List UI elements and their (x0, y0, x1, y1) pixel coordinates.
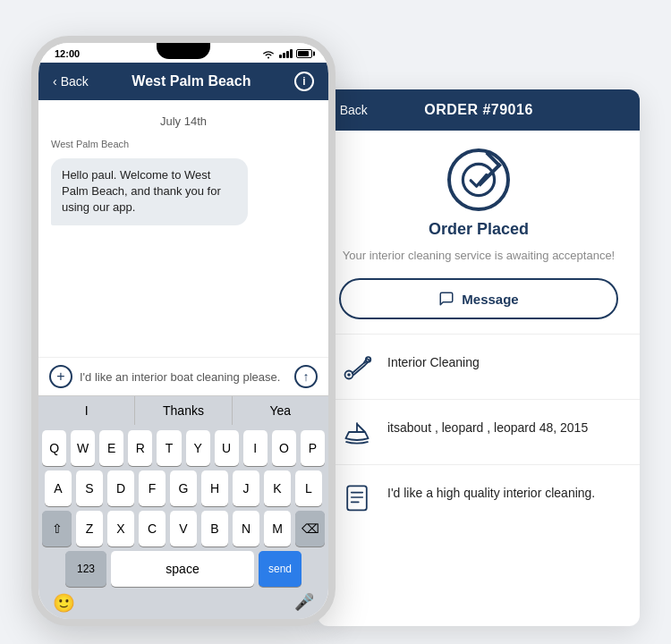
back-label: Back (61, 74, 89, 89)
delete-key[interactable]: ⌫ (295, 511, 325, 547)
notes-icon (339, 479, 375, 515)
input-row: + I'd like an interior boat cleaning ple… (38, 357, 328, 395)
key-D[interactable]: D (107, 470, 134, 506)
key-T[interactable]: T (157, 430, 181, 466)
divider-1 (318, 334, 640, 335)
message-btn-label: Message (462, 292, 518, 307)
checkmark-svg (461, 162, 497, 198)
key-B[interactable]: B (201, 511, 228, 547)
status-icons (261, 48, 312, 59)
key-H[interactable]: H (201, 470, 228, 506)
key-Z[interactable]: Z (76, 511, 103, 547)
kb-row-2: A S D F G H J K L (42, 470, 325, 506)
divider-2 (318, 399, 640, 400)
predictive-bar: I Thanks Yea (38, 395, 328, 425)
message-input[interactable]: I'd like an interior boat cleaning pleas… (80, 370, 287, 384)
boat-icon (339, 414, 375, 450)
check-circle-icon (447, 148, 510, 211)
kb-row-3: ⇧ Z X C V B N M ⌫ (42, 511, 325, 547)
svg-point-0 (463, 164, 494, 195)
kb-extra-row: 🙂 🎤 (42, 587, 325, 615)
keyboard: Q W E R T Y U I O P A S D F G (38, 425, 328, 619)
svg-rect-6 (347, 487, 367, 511)
send-up-button[interactable]: ↑ (294, 365, 318, 388)
info-icon: i (302, 75, 305, 88)
key-W[interactable]: W (71, 430, 95, 466)
order-back-button[interactable]: ‹ Back (332, 103, 368, 117)
detail-text-1: itsabout , leopard , leopard 48, 2015 (387, 414, 588, 437)
detail-item-2: I'd like a high quality interior cleanin… (339, 479, 618, 515)
scene: 12:00 (31, 36, 640, 626)
key-S[interactable]: S (76, 470, 103, 506)
divider-3 (318, 464, 640, 465)
order-placed-subtitle: Your interior cleaning service is awaiti… (343, 248, 615, 264)
order-title: ORDER #79016 (424, 102, 533, 118)
key-M[interactable]: M (264, 511, 291, 547)
key-F[interactable]: F (139, 470, 166, 506)
predictive-item-2[interactable]: Yea (233, 396, 328, 425)
key-Q[interactable]: Q (42, 430, 66, 466)
signal-icon (279, 49, 293, 58)
order-panel: ‹ Back ORDER #79016 Order Placed Your in… (318, 89, 640, 626)
key-Y[interactable]: Y (186, 430, 210, 466)
key-E[interactable]: E (99, 430, 123, 466)
key-X[interactable]: X (107, 511, 134, 547)
order-placed-title: Order Placed (429, 220, 529, 239)
key-A[interactable]: A (45, 470, 72, 506)
detail-text-0: Interior Cleaning (387, 349, 480, 372)
key-V[interactable]: V (170, 511, 197, 547)
wifi-icon (261, 48, 276, 59)
chevron-left-icon: ‹ (53, 74, 57, 89)
key-G[interactable]: G (170, 470, 197, 506)
emoji-icon[interactable]: 🙂 (53, 592, 75, 614)
key-O[interactable]: O (272, 430, 296, 466)
message-icon (438, 291, 454, 307)
key-P[interactable]: P (301, 430, 325, 466)
key-K[interactable]: K (264, 470, 291, 506)
mic-icon[interactable]: 🎤 (294, 592, 314, 614)
key-J[interactable]: J (233, 470, 259, 506)
back-button[interactable]: ‹ Back (53, 74, 89, 89)
message-button[interactable]: Message (339, 278, 618, 319)
chat-date: July 14th (51, 114, 316, 128)
detail-item-1: itsabout , leopard , leopard 48, 2015 (339, 414, 618, 450)
detail-text-2: I'd like a high quality interior cleanin… (387, 479, 595, 503)
time-label: 12:00 (55, 48, 80, 59)
notch (157, 43, 210, 59)
predictive-item-1[interactable]: Thanks (135, 396, 232, 425)
predictive-item-0[interactable]: I (38, 396, 135, 425)
phone-wrapper: 12:00 (31, 36, 336, 626)
key-N[interactable]: N (233, 511, 259, 547)
order-body: Order Placed Your interior cleaning serv… (318, 131, 640, 626)
key-U[interactable]: U (215, 430, 239, 466)
phone: 12:00 (31, 36, 336, 626)
svg-point-2 (347, 373, 351, 377)
kb-bottom-row: 123 space send (42, 551, 325, 587)
detail-item-0: Interior Cleaning (339, 349, 618, 385)
status-bar: 12:00 (38, 43, 328, 63)
order-placed-section: Order Placed Your interior cleaning serv… (339, 148, 618, 264)
kb-row-1: Q W E R T Y U I O P (42, 430, 325, 466)
space-key[interactable]: space (111, 551, 254, 587)
phone-title: West Palm Beach (132, 73, 251, 89)
order-back-label: Back (340, 103, 368, 117)
key-R[interactable]: R (128, 430, 152, 466)
chat-sender: West Palm Beach (51, 139, 316, 149)
info-button[interactable]: i (294, 72, 314, 91)
vacuum-icon (339, 349, 375, 385)
phone-app-header: ‹ Back West Palm Beach i (38, 63, 328, 100)
battery-icon (296, 49, 312, 58)
chat-bubble: Hello paul. Welcome to West Palm Beach, … (51, 158, 248, 225)
key-I[interactable]: I (243, 430, 268, 466)
chat-area: July 14th West Palm Beach Hello paul. We… (38, 100, 328, 357)
attach-button[interactable]: + (49, 365, 72, 388)
key-C[interactable]: C (139, 511, 166, 547)
order-header: ‹ Back ORDER #79016 (318, 89, 640, 131)
number-key[interactable]: 123 (65, 551, 106, 587)
key-L[interactable]: L (295, 470, 322, 506)
shift-key[interactable]: ⇧ (42, 511, 72, 547)
send-key[interactable]: send (259, 551, 302, 587)
